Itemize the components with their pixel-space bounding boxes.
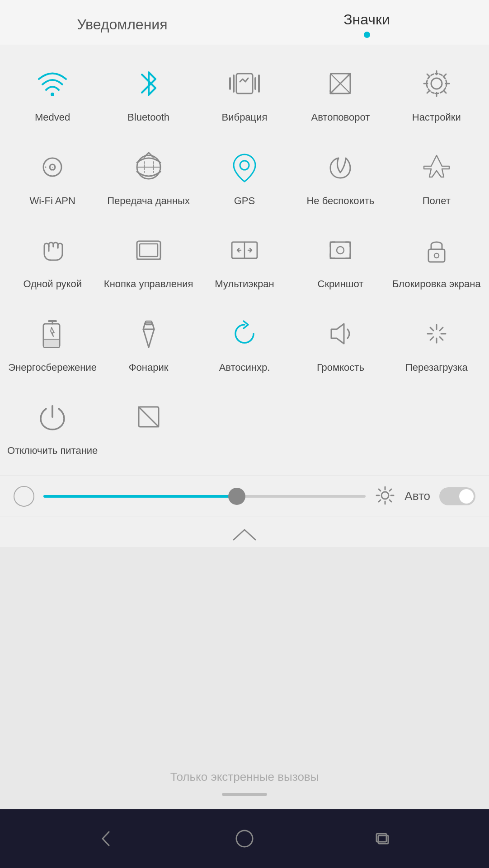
list-item[interactable]: (·) Wi-Fi APN (5, 138, 100, 221)
lockscreen-area: Только экстренные вызовы (0, 547, 489, 809)
active-tab-indicator (364, 32, 370, 38)
list-item[interactable] (100, 387, 196, 471)
tab-bar: Уведомления Значки (0, 0, 489, 45)
list-item[interactable]: Громкость (292, 304, 388, 388)
item-label: Автоповорот (311, 111, 370, 124)
brightness-slider[interactable] (43, 495, 366, 498)
settings-icon (416, 63, 457, 104)
wifi-apn-icon: (·) (32, 147, 73, 187)
tab-icons[interactable]: Значки (244, 0, 489, 45)
tab-notifications-label: Уведомления (77, 16, 167, 33)
icon-grid: Medved Bluetooth Вибрация (5, 54, 484, 471)
svg-point-40 (381, 492, 389, 499)
gps-icon (224, 147, 265, 187)
list-item[interactable]: Полет (389, 138, 484, 221)
list-item[interactable]: Medved (5, 54, 100, 138)
power-save-icon (32, 313, 73, 354)
item-label: Фонарик (129, 361, 169, 374)
list-item[interactable]: Мультиэкран (197, 221, 292, 304)
brightness-thumb[interactable] (228, 488, 245, 505)
svg-rect-1 (236, 74, 253, 93)
one-hand-icon (32, 230, 73, 271)
item-label: Кнопка управления (104, 278, 193, 291)
item-label: Bluetooth (127, 111, 169, 124)
back-button[interactable] (92, 825, 119, 852)
item-label: Wi-Fi APN (29, 195, 75, 208)
list-item[interactable]: Автосинхр. (197, 304, 292, 388)
list-item[interactable]: Фонарик (100, 304, 196, 388)
item-label: Вибрация (222, 111, 268, 124)
screenshot-icon (320, 230, 361, 271)
empty-cell (389, 387, 484, 471)
list-item[interactable]: Блокировка экрана (389, 221, 484, 304)
svg-point-0 (51, 93, 54, 96)
list-item[interactable]: GPS (197, 138, 292, 221)
nav-bar (0, 809, 489, 868)
list-item[interactable]: Вибрация (197, 54, 292, 138)
home-button[interactable] (231, 825, 258, 852)
home-indicator (222, 793, 267, 796)
tab-notifications[interactable]: Уведомления (0, 0, 244, 45)
svg-point-49 (236, 831, 253, 847)
item-label: Блокировка экрана (392, 278, 481, 291)
auto-label: Авто (404, 489, 430, 503)
svg-point-8 (427, 74, 447, 93)
svg-rect-20 (330, 242, 350, 258)
vibration-icon (224, 63, 265, 104)
item-label: Мультиэкран (215, 278, 274, 291)
autorotate-icon (320, 63, 361, 104)
list-item[interactable]: Скриншот (292, 221, 388, 304)
svg-line-46 (390, 500, 391, 502)
svg-line-39 (139, 407, 159, 427)
tab-icons-label: Значки (343, 11, 390, 28)
dnd-icon (320, 147, 361, 187)
item-label: GPS (234, 195, 255, 208)
flashlight-icon (128, 313, 169, 354)
list-item[interactable]: Не беспокоить (292, 138, 388, 221)
list-item[interactable]: Bluetooth (100, 54, 196, 138)
brightness-max-icon (375, 485, 395, 508)
list-item[interactable]: Перезагрузка (389, 304, 484, 388)
item-label: Перезагрузка (405, 361, 468, 374)
data-transfer-icon (128, 147, 169, 187)
list-item[interactable]: Одной рукой (5, 221, 100, 304)
list-item[interactable]: Настройки (389, 54, 484, 138)
list-item[interactable]: Энергосбережение (5, 304, 100, 388)
empty-cell (197, 387, 292, 471)
auto-brightness-toggle[interactable] (439, 487, 475, 505)
recents-button[interactable] (370, 825, 397, 852)
list-item[interactable]: Кнопка управления (100, 221, 196, 304)
item-label: Автосинхр. (219, 361, 270, 374)
list-item[interactable]: Передача данных (100, 138, 196, 221)
brightness-min-icon (14, 486, 34, 507)
bluetooth-icon (128, 63, 169, 104)
svg-line-36 (440, 327, 443, 331)
autosync-icon (224, 313, 265, 354)
svg-line-37 (430, 337, 433, 340)
svg-rect-25 (43, 339, 60, 347)
multiscreen-icon (224, 230, 265, 271)
brightness-bar: Авто (0, 476, 489, 517)
list-item[interactable]: Отключить питание (5, 387, 100, 471)
list-item[interactable]: Автоповорот (292, 54, 388, 138)
svg-text:(·): (·) (50, 163, 56, 171)
svg-line-45 (379, 489, 381, 491)
item-label: Одной рукой (23, 278, 82, 291)
svg-line-34 (430, 327, 433, 331)
item-label: Полет (423, 195, 451, 208)
power-off-icon (32, 397, 73, 437)
flight-icon (416, 147, 457, 187)
main-content: Medved Bluetooth Вибрация (0, 45, 489, 476)
volume-icon (320, 313, 361, 354)
item-label: Скриншот (318, 278, 364, 291)
unknown-icon (128, 397, 169, 437)
item-label: Передача данных (107, 195, 190, 208)
svg-point-23 (434, 253, 439, 258)
item-label: Не беспокоить (306, 195, 374, 208)
item-label: Энергосбережение (8, 361, 97, 374)
item-label: Medved (35, 111, 70, 124)
chevron-area[interactable] (0, 517, 489, 547)
lock-screen-icon (416, 230, 457, 271)
svg-point-7 (431, 78, 442, 89)
svg-rect-16 (140, 244, 158, 257)
